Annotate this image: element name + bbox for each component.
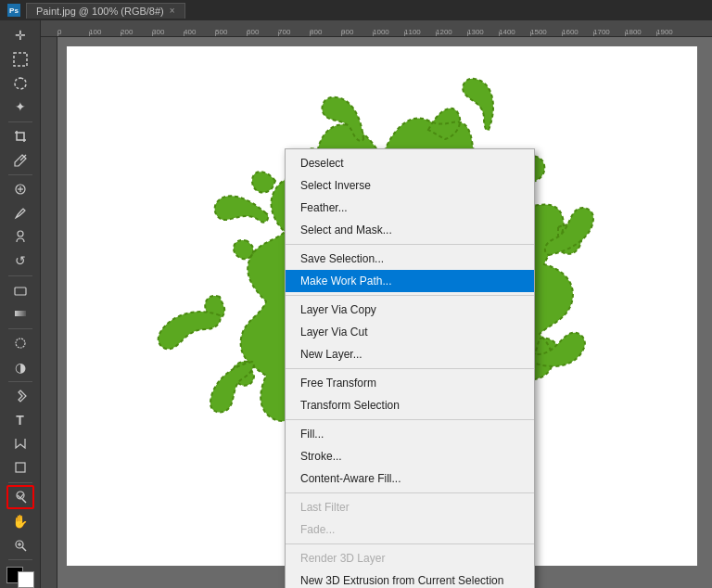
svg-rect-6 bbox=[15, 288, 26, 295]
menu-item-render-3d-layer: Render 3D Layer bbox=[286, 547, 534, 569]
tick-900: 900 bbox=[341, 28, 373, 36]
toolbar-divider-1 bbox=[8, 121, 32, 122]
context-menu: Deselect Select Inverse Feather... Selec… bbox=[285, 148, 535, 588]
svg-point-5 bbox=[18, 231, 23, 236]
tick-1500: 1500 bbox=[530, 28, 562, 36]
tool-brush[interactable] bbox=[6, 201, 34, 224]
tool-gradient[interactable] bbox=[6, 302, 34, 326]
tick-1400: 1400 bbox=[499, 28, 530, 36]
toolbar-divider-5 bbox=[8, 381, 32, 382]
menu-item-save-selection[interactable]: Save Selection... bbox=[286, 248, 534, 270]
tick-1100: 1100 bbox=[404, 28, 436, 36]
title-bar: Ps Paint.jpg @ 100% (RGB/8#) × bbox=[0, 0, 712, 20]
tool-hand[interactable]: ✋ bbox=[6, 510, 34, 533]
svg-rect-0 bbox=[14, 53, 27, 66]
menu-item-select-inverse[interactable]: Select Inverse bbox=[286, 174, 534, 197]
content-area: 0 100 200 300 400 500 600 700 800 900 10… bbox=[41, 20, 712, 588]
toolbar-divider-7 bbox=[8, 559, 32, 560]
menu-item-content-aware-fill[interactable]: Content-Aware Fill... bbox=[286, 467, 534, 490]
tool-quick-select[interactable] bbox=[6, 485, 34, 508]
ruler-ticks: 0 100 200 300 400 500 600 700 800 900 10… bbox=[57, 20, 688, 36]
menu-item-new-3d-extrusion[interactable]: New 3D Extrusion from Current Selection bbox=[286, 569, 534, 588]
tool-shape[interactable] bbox=[6, 456, 34, 479]
tick-800: 800 bbox=[310, 28, 341, 36]
close-tab-icon[interactable]: × bbox=[170, 6, 175, 16]
tool-dodge[interactable]: ◑ bbox=[6, 355, 34, 378]
tool-type[interactable]: T bbox=[6, 408, 34, 431]
menu-item-layer-via-copy[interactable]: Layer Via Copy bbox=[286, 299, 534, 321]
tick-200: 200 bbox=[121, 28, 152, 36]
canvas[interactable]: Deselect Select Inverse Feather... Selec… bbox=[67, 46, 697, 566]
menu-item-stroke[interactable]: Stroke... bbox=[286, 445, 534, 467]
app-icon: Ps bbox=[7, 4, 20, 17]
tool-clone[interactable] bbox=[6, 225, 34, 249]
tick-1900: 1900 bbox=[656, 28, 688, 36]
tool-blur[interactable] bbox=[6, 332, 34, 355]
menu-item-make-work-path[interactable]: Make Work Path... bbox=[286, 270, 534, 292]
ruler-horizontal: 0 100 200 300 400 500 600 700 800 900 10… bbox=[41, 20, 712, 37]
tick-1200: 1200 bbox=[436, 28, 467, 36]
tick-400: 400 bbox=[184, 28, 215, 36]
color-swatches[interactable] bbox=[6, 567, 34, 588]
svg-rect-9 bbox=[16, 463, 25, 472]
tool-rectangle-select[interactable] bbox=[6, 48, 34, 71]
menu-separator-5 bbox=[286, 492, 534, 493]
menu-item-free-transform[interactable]: Free Transform bbox=[286, 372, 534, 394]
tool-zoom[interactable] bbox=[6, 533, 34, 556]
svg-line-12 bbox=[22, 547, 26, 551]
toolbar-divider-3 bbox=[8, 275, 32, 276]
toolbar-divider-6 bbox=[8, 482, 32, 483]
tick-700: 700 bbox=[278, 28, 310, 36]
menu-item-fill[interactable]: Fill... bbox=[286, 423, 534, 445]
toolbar: ✛ ✦ ↺ bbox=[0, 20, 41, 588]
main-layout: ✛ ✦ ↺ bbox=[0, 20, 712, 588]
tool-pen[interactable] bbox=[6, 385, 34, 408]
tick-1800: 1800 bbox=[625, 28, 656, 36]
document-tab[interactable]: Paint.jpg @ 100% (RGB/8#) × bbox=[26, 3, 185, 19]
tool-spot-heal[interactable] bbox=[6, 178, 34, 201]
menu-item-select-and-mask[interactable]: Select and Mask... bbox=[286, 219, 534, 241]
tick-1000: 1000 bbox=[373, 28, 404, 36]
tick-300: 300 bbox=[152, 28, 184, 36]
menu-separator-4 bbox=[286, 419, 534, 420]
tool-eyedropper[interactable] bbox=[6, 148, 34, 172]
menu-separator-3 bbox=[286, 368, 534, 369]
menu-separator-6 bbox=[286, 543, 534, 544]
menu-separator-1 bbox=[286, 244, 534, 245]
menu-item-transform-selection[interactable]: Transform Selection bbox=[286, 394, 534, 416]
tick-500: 500 bbox=[215, 28, 247, 36]
tab-label: Paint.jpg @ 100% (RGB/8#) bbox=[36, 6, 164, 17]
menu-item-fade: Fade... bbox=[286, 518, 534, 541]
tick-100: 100 bbox=[89, 28, 121, 36]
background-color[interactable] bbox=[18, 571, 34, 588]
menu-item-feather[interactable]: Feather... bbox=[286, 197, 534, 219]
svg-rect-7 bbox=[15, 311, 26, 316]
tick-1600: 1600 bbox=[562, 28, 593, 36]
tool-magic-wand[interactable]: ✦ bbox=[6, 96, 34, 119]
menu-item-new-layer[interactable]: New Layer... bbox=[286, 343, 534, 365]
canvas-container: Deselect Select Inverse Feather... Selec… bbox=[57, 37, 712, 588]
tick-1700: 1700 bbox=[593, 28, 625, 36]
tick-1300: 1300 bbox=[467, 28, 499, 36]
tool-path-select[interactable] bbox=[6, 432, 34, 455]
menu-item-layer-via-cut[interactable]: Layer Via Cut bbox=[286, 321, 534, 343]
tool-eraser[interactable] bbox=[6, 278, 34, 301]
ruler-vertical bbox=[41, 37, 57, 588]
tick-0: 0 bbox=[57, 28, 89, 36]
svg-point-8 bbox=[16, 339, 25, 348]
tool-history-brush[interactable]: ↺ bbox=[6, 249, 34, 273]
toolbar-divider-4 bbox=[8, 328, 32, 329]
tool-crop[interactable] bbox=[6, 125, 34, 148]
tool-lasso[interactable] bbox=[6, 71, 34, 95]
menu-item-deselect[interactable]: Deselect bbox=[286, 152, 534, 174]
toolbar-divider-2 bbox=[8, 174, 32, 175]
menu-separator-2 bbox=[286, 295, 534, 296]
tool-move[interactable]: ✛ bbox=[6, 24, 34, 47]
canvas-row: Deselect Select Inverse Feather... Selec… bbox=[41, 37, 712, 588]
menu-item-last-filter: Last Filter bbox=[286, 496, 534, 518]
tick-600: 600 bbox=[247, 28, 278, 36]
